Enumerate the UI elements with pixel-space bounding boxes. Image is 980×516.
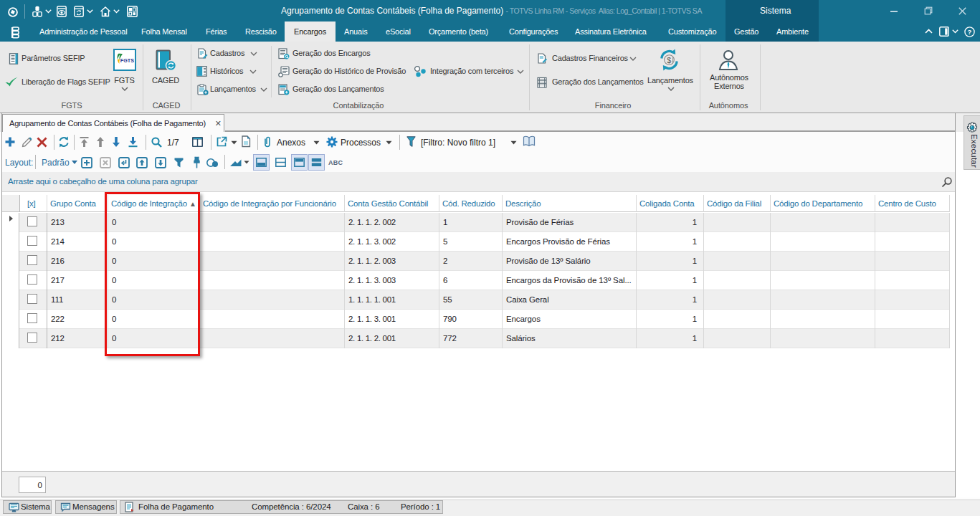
- svg-text:FGTS: FGTS: [120, 57, 134, 64]
- svg-text:$: $: [667, 56, 671, 64]
- svg-text:?: ?: [968, 28, 972, 36]
